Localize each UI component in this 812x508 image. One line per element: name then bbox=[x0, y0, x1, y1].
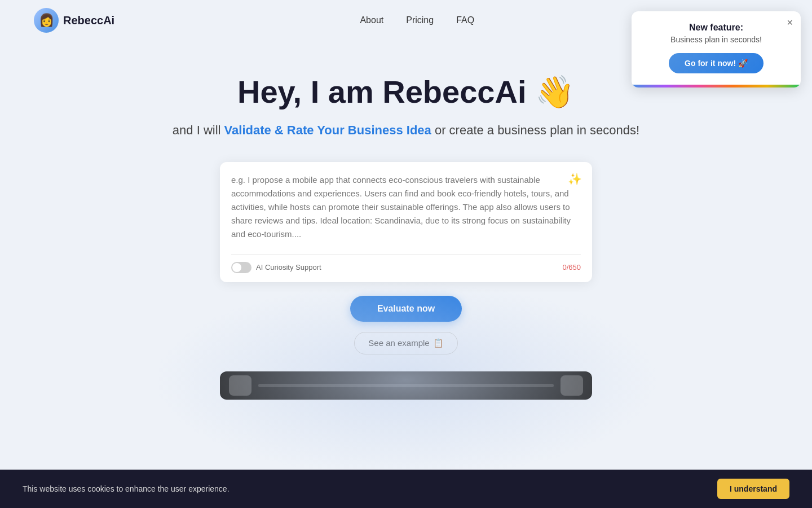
magic-wand-icon[interactable]: ✨ bbox=[568, 172, 582, 186]
popup-close-button[interactable]: × bbox=[787, 17, 793, 29]
cookie-accept-button[interactable]: I understand bbox=[717, 479, 789, 499]
input-footer: AI Curiosity Support 0/650 bbox=[231, 262, 581, 273]
nav-links: About Pricing FAQ bbox=[360, 15, 474, 25]
hero-section: Hey, I am RebeccAi 👋 and I will Validate… bbox=[0, 41, 812, 422]
popup-gradient-bar bbox=[632, 85, 801, 87]
popup-title: New feature: bbox=[643, 23, 789, 33]
logo-text: RebeccAi bbox=[63, 14, 114, 27]
hero-title-text: Hey, I am RebeccAi 👋 bbox=[237, 74, 575, 110]
logo[interactable]: 👩 RebeccAi bbox=[34, 8, 114, 33]
video-progress-bar bbox=[258, 384, 554, 387]
char-count: 0/650 bbox=[562, 263, 581, 271]
hero-subtitle-highlight[interactable]: Validate & Rate Your Business Idea bbox=[224, 123, 431, 137]
idea-textarea[interactable] bbox=[231, 173, 581, 247]
see-example-button[interactable]: See an example 📋 bbox=[354, 332, 457, 354]
idea-input-container: ✨ AI Curiosity Support 0/650 bbox=[220, 162, 592, 282]
popup-subtitle: Business plan in seconds! bbox=[643, 35, 789, 44]
video-right-button[interactable] bbox=[561, 375, 583, 396]
nav-link-pricing[interactable]: Pricing bbox=[406, 15, 434, 25]
nav-link-about[interactable]: About bbox=[360, 15, 383, 25]
hero-subtitle-before: and I will bbox=[173, 123, 224, 137]
popup-cta-button[interactable]: Go for it now! 🚀 bbox=[669, 53, 764, 73]
cookie-text: This website uses cookies to enhance the… bbox=[23, 484, 230, 493]
toggle-row: AI Curiosity Support bbox=[231, 262, 321, 273]
toggle-label: AI Curiosity Support bbox=[256, 263, 321, 271]
hero-subtitle: and I will Validate & Rate Your Business… bbox=[11, 121, 801, 139]
new-feature-popup: × New feature: Business plan in seconds!… bbox=[632, 11, 801, 87]
nav-link-faq[interactable]: FAQ bbox=[456, 15, 474, 25]
video-preview bbox=[220, 371, 592, 400]
curiosity-toggle[interactable] bbox=[231, 262, 251, 273]
video-left-button[interactable] bbox=[229, 375, 251, 396]
logo-avatar: 👩 bbox=[34, 8, 59, 33]
input-divider bbox=[231, 255, 581, 255]
evaluate-button[interactable]: Evaluate now bbox=[350, 296, 462, 322]
cookie-banner: This website uses cookies to enhance the… bbox=[0, 470, 812, 508]
example-icon: 📋 bbox=[433, 338, 444, 348]
logo-emoji: 👩 bbox=[39, 13, 54, 28]
hero-subtitle-after: or create a business plan in seconds! bbox=[431, 123, 639, 137]
see-example-label: See an example bbox=[368, 338, 429, 348]
